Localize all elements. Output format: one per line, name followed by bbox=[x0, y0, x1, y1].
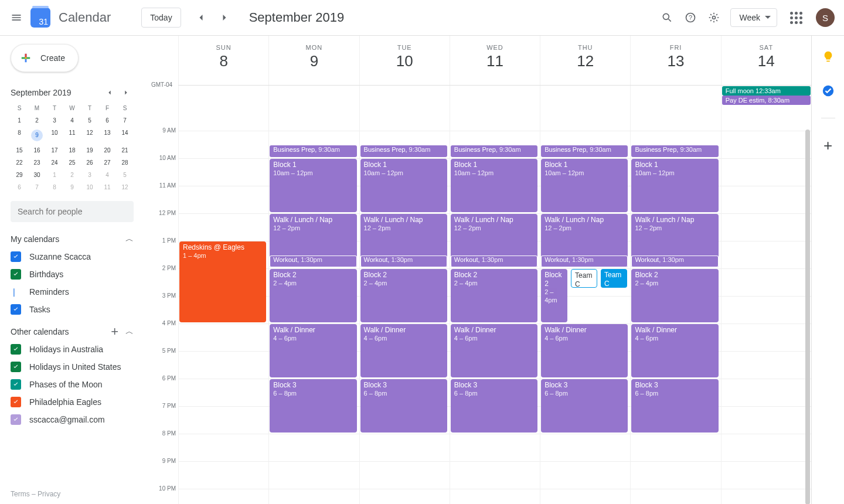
mini-day[interactable]: 28 bbox=[116, 159, 134, 166]
mini-day[interactable]: 10 bbox=[81, 184, 98, 190]
view-selector[interactable]: Week bbox=[730, 8, 777, 27]
event[interactable]: Block 22 – 4pm bbox=[451, 269, 537, 322]
create-button[interactable]: Create bbox=[11, 44, 79, 72]
mini-day[interactable]: 6 bbox=[98, 117, 116, 124]
event[interactable]: Block 110am – 12pm bbox=[360, 159, 447, 212]
mini-day[interactable]: 13 bbox=[98, 130, 116, 141]
mini-day[interactable]: 22 bbox=[11, 159, 28, 166]
footer-links[interactable]: Terms – Privacy bbox=[11, 482, 134, 498]
event[interactable]: Workout, 1:30pm bbox=[270, 256, 356, 268]
mini-day[interactable]: 25 bbox=[63, 159, 81, 166]
allday-event[interactable]: Pay DE estim, 8:30am bbox=[722, 96, 811, 105]
event[interactable]: Block 36 – 8pm bbox=[541, 379, 628, 433]
mini-prev-month[interactable] bbox=[102, 85, 117, 100]
mini-day[interactable]: 4 bbox=[63, 117, 81, 124]
mini-day[interactable]: 27 bbox=[98, 159, 116, 166]
event[interactable]: Workout, 1:30pm bbox=[360, 256, 447, 268]
mini-day[interactable]: 3 bbox=[81, 172, 98, 178]
calendar-item[interactable]: Holidays in United States bbox=[11, 362, 134, 372]
mini-day[interactable]: 5 bbox=[116, 172, 134, 178]
event[interactable]: Block 110am – 12pm bbox=[541, 159, 628, 212]
calendar-item[interactable]: Phases of the Moon bbox=[11, 379, 134, 390]
event[interactable]: Block 22 – 4pm bbox=[631, 269, 718, 322]
calendar-item[interactable]: ❘Reminders bbox=[11, 287, 134, 297]
mini-day[interactable]: 7 bbox=[28, 184, 46, 190]
my-calendars-toggle[interactable]: My calendars ︿ bbox=[11, 234, 134, 244]
google-apps-button[interactable] bbox=[784, 6, 808, 29]
logo[interactable]: 31 Calendar bbox=[30, 8, 111, 28]
mini-day[interactable]: 10 bbox=[46, 130, 63, 141]
today-button[interactable]: Today bbox=[141, 8, 181, 28]
mini-day[interactable]: 8 bbox=[11, 130, 28, 141]
event[interactable]: Team C2 – 2:5 bbox=[601, 269, 627, 288]
event[interactable]: Block 22 – 4pm bbox=[270, 269, 356, 322]
week-scroll[interactable]: 12 AM1 AM2 AM3 AM4 AM5 AM6 AM7 AM8 AM9 A… bbox=[145, 105, 811, 504]
day-header[interactable]: FRI13 bbox=[630, 36, 720, 85]
mini-day[interactable]: 21 bbox=[116, 147, 134, 154]
scrollbar[interactable] bbox=[805, 130, 810, 504]
keep-app-icon[interactable] bbox=[816, 45, 840, 69]
calendar-item[interactable]: Suzanne Scacca bbox=[11, 251, 134, 262]
mini-day[interactable]: 5 bbox=[81, 117, 98, 124]
allday-cell[interactable] bbox=[178, 86, 268, 105]
search-button[interactable] bbox=[655, 6, 679, 29]
allday-event[interactable]: Full moon 12:33am bbox=[722, 86, 811, 96]
day-header[interactable]: TUE10 bbox=[359, 36, 450, 85]
help-button[interactable]: ? bbox=[679, 6, 702, 29]
event[interactable]: Block 22 – 4pm bbox=[360, 269, 447, 322]
search-people-input[interactable] bbox=[11, 201, 134, 222]
calendar-item[interactable]: sscacca@gmail.com bbox=[11, 414, 134, 425]
event[interactable]: Block 110am – 12pm bbox=[451, 159, 537, 212]
allday-cell[interactable] bbox=[450, 86, 540, 105]
event[interactable]: Business Prep, 9:30am bbox=[631, 145, 718, 158]
calendar-item[interactable]: Birthdays bbox=[11, 269, 134, 280]
event[interactable]: Team C2 – 2:5 bbox=[571, 269, 597, 288]
mini-day[interactable]: 11 bbox=[98, 184, 116, 190]
prev-week-button[interactable] bbox=[189, 6, 213, 29]
mini-day[interactable]: 23 bbox=[28, 159, 46, 166]
event[interactable]: Block 22 – 4pm bbox=[541, 269, 567, 322]
mini-day[interactable]: 17 bbox=[46, 147, 63, 154]
day-header[interactable]: THU12 bbox=[540, 36, 630, 85]
account-avatar[interactable]: S bbox=[816, 8, 835, 27]
event[interactable]: Walk / Dinner4 – 6pm bbox=[270, 324, 356, 377]
event[interactable]: Redskins @ Eagles1 – 4pm bbox=[179, 241, 266, 322]
add-addon-button[interactable]: + bbox=[816, 134, 840, 157]
event[interactable]: Walk / Dinner4 – 6pm bbox=[360, 324, 447, 377]
day-header[interactable]: SUN8 bbox=[178, 36, 268, 85]
tasks-app-icon[interactable] bbox=[816, 79, 840, 103]
mini-day[interactable]: 12 bbox=[81, 130, 98, 141]
allday-cell[interactable] bbox=[359, 86, 450, 105]
event[interactable]: Workout, 1:30pm bbox=[541, 256, 628, 268]
settings-button[interactable] bbox=[702, 6, 726, 29]
mini-day[interactable]: 1 bbox=[11, 117, 28, 124]
allday-cell[interactable]: Full moon 12:33amPay DE estim, 8:30am bbox=[721, 86, 811, 105]
mini-day[interactable]: 9 bbox=[63, 184, 81, 190]
event[interactable]: Block 36 – 8pm bbox=[631, 379, 718, 433]
event[interactable]: Block 36 – 8pm bbox=[451, 379, 537, 433]
event[interactable]: Block 36 – 8pm bbox=[360, 379, 447, 433]
mini-calendar[interactable]: SMTWTFS123456789101112131415161718192021… bbox=[11, 105, 134, 190]
mini-day[interactable]: 11 bbox=[63, 130, 81, 141]
mini-day[interactable]: 29 bbox=[11, 172, 28, 178]
event[interactable]: Workout, 1:30pm bbox=[451, 256, 537, 268]
mini-day[interactable]: 8 bbox=[46, 184, 63, 190]
event[interactable]: Walk / Dinner4 – 6pm bbox=[631, 324, 718, 377]
day-header[interactable]: MON9 bbox=[268, 36, 359, 85]
event[interactable]: Block 110am – 12pm bbox=[270, 159, 356, 212]
event[interactable]: Business Prep, 9:30am bbox=[451, 145, 537, 158]
event[interactable]: Business Prep, 9:30am bbox=[541, 145, 628, 158]
event[interactable]: Workout, 1:30pm bbox=[631, 256, 718, 268]
mini-day[interactable]: 30 bbox=[28, 172, 46, 178]
mini-day[interactable]: 16 bbox=[28, 147, 46, 154]
event[interactable]: Block 110am – 12pm bbox=[631, 159, 718, 212]
mini-day[interactable]: 6 bbox=[11, 184, 28, 190]
allday-cell[interactable] bbox=[540, 86, 630, 105]
mini-day[interactable]: 26 bbox=[81, 159, 98, 166]
allday-cell[interactable] bbox=[268, 86, 359, 105]
allday-cell[interactable] bbox=[630, 86, 720, 105]
other-calendars-toggle[interactable]: Other calendars + ︿ bbox=[11, 326, 134, 337]
menu-button[interactable] bbox=[5, 6, 28, 29]
event[interactable]: Block 36 – 8pm bbox=[270, 379, 356, 433]
event[interactable]: Walk / Dinner4 – 6pm bbox=[541, 324, 628, 377]
